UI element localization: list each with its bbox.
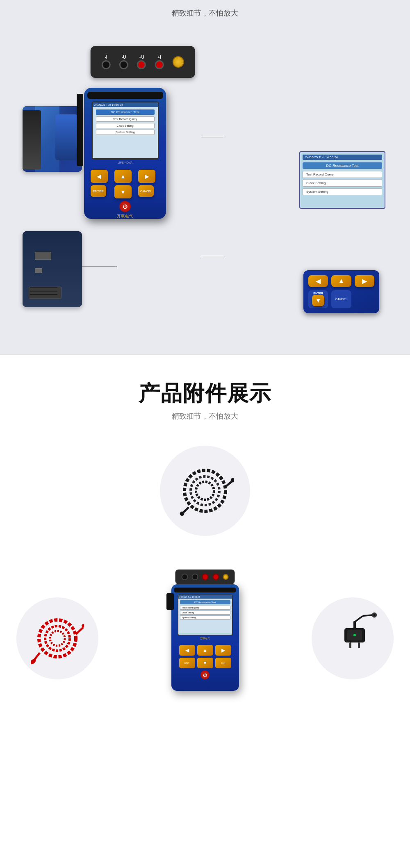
screen-menu: DC Resistance Test Test Record Query Clo…: [93, 107, 158, 159]
port-view-content: [23, 231, 82, 307]
red-cable-svg: [31, 612, 84, 665]
callout-resistance-test: DC Resistance Test: [303, 162, 382, 169]
screen-date: 24/06/25 Tue 14:50:24: [94, 103, 123, 106]
callout-item-2: Clock Setting: [303, 180, 382, 187]
terminal-3: +U: [137, 55, 146, 69]
accessories-layout: 24/06/25 Tue 14:50:24 DC Resistance Test…: [0, 446, 410, 733]
small-btn-enter[interactable]: ENT: [179, 658, 195, 668]
terminal-black-1: [101, 60, 110, 69]
callout-btn-up[interactable]: ▲: [331, 275, 351, 287]
callout-btn-enter[interactable]: ENTER ▼: [308, 290, 328, 309]
power-button[interactable]: ⏻: [119, 201, 131, 212]
btn-down[interactable]: ▼: [114, 185, 132, 198]
callout-btn-cancel[interactable]: CANCEL: [331, 290, 351, 309]
acc-left-circle-red-cable: [16, 597, 98, 679]
terminal-gold: [173, 56, 184, 68]
small-btn-down[interactable]: ▼: [197, 658, 213, 668]
screen-menu-item-3: System Setting: [96, 130, 155, 135]
device-screen: 24/06/25 Tue 14:50:24 DC Resistance Test…: [91, 101, 159, 159]
tc-sm-term3: [202, 574, 209, 580]
terminal-4: +I: [155, 55, 164, 69]
connector-panel: -I -U +U +I: [91, 46, 195, 78]
btn-up[interactable]: ▲: [114, 170, 132, 183]
top-connector-small: [175, 570, 235, 584]
device-strap: [77, 94, 83, 166]
svg-point-2: [196, 482, 214, 500]
tc-sm-term2: [192, 574, 198, 580]
device-small-screen: 24/06/25 Tue 14:50:24 DC Resistance Test…: [178, 595, 233, 636]
tc-sm-term5: [223, 574, 229, 580]
callout-item-3: System Setting: [303, 188, 382, 195]
device-top-bar: [87, 92, 163, 99]
terminal-1: -I: [101, 55, 110, 69]
svg-point-6: [180, 512, 184, 516]
screen-header: 24/06/25 Tue 14:50:24: [93, 103, 158, 107]
svg-line-13: [34, 653, 40, 660]
small-btn-right[interactable]: ▶: [215, 645, 231, 656]
svg-rect-17: [349, 642, 351, 648]
btn-enter-small[interactable]: ENTER: [91, 185, 106, 197]
terminal-2: -U: [119, 55, 128, 69]
callout-line-2: [82, 266, 117, 267]
svg-point-24: [353, 634, 356, 636]
acc-bottom-row: 24/06/25 Tue 14:50:24 DC Resistance Test…: [0, 577, 410, 700]
svg-point-4: [231, 478, 234, 482]
strap-small: [166, 593, 174, 610]
device-small-buttons: ◀ ▲ ▶ ENT ▼ CAN: [178, 645, 233, 668]
tc-sm-term1: [181, 574, 188, 580]
svg-point-9: [50, 631, 65, 646]
terminal-red-2: [155, 60, 164, 69]
thumb-side-view: [23, 106, 82, 172]
screen-menu-title: DC Resistance Test: [96, 109, 155, 115]
small-screen-header: 24/06/25 Tue 14:50:24: [178, 595, 232, 599]
small-screen-item2: Clock Setting: [180, 611, 230, 615]
screen-callout: 24/06/25 Tue 14:50:24 DC Resistance Test…: [299, 151, 385, 209]
side-view-content: [23, 106, 82, 172]
small-btn-cancel[interactable]: CAN: [215, 658, 231, 668]
section1-product-detail: 精致细节，不怕放大 -I -U +U +I: [0, 0, 410, 354]
thumb-port-view: [23, 231, 82, 307]
small-screen-title: DC Resistance Test: [180, 600, 230, 604]
button-callout: ◀ ▲ ▶ ENTER ▼ ▼ CANCEL: [303, 270, 379, 313]
main-device-body: 24/06/25 Tue 14:50:24 DC Resistance Test…: [84, 88, 166, 219]
callout-btn-left[interactable]: ◀: [308, 275, 328, 287]
callout-down-arrow[interactable]: ▼: [312, 295, 324, 306]
acc-right-circle-adapter: [312, 597, 394, 679]
center-device-small-container: 24/06/25 Tue 14:50:24 DC Resistance Test…: [107, 577, 303, 700]
callout-line-screen: [201, 137, 223, 137]
btn-cancel-small[interactable]: CANCEL: [138, 185, 154, 197]
acc-top-circle-black-cable: [160, 446, 250, 536]
ethernet-port: [35, 252, 51, 260]
device-small: 24/06/25 Tue 14:50:24 DC Resistance Test…: [171, 577, 239, 700]
terminal-5-ground: [173, 56, 184, 68]
small-btn-left[interactable]: ◀: [179, 645, 195, 656]
svg-line-10: [76, 627, 83, 634]
callout-screen-date: 24/06/25 Tue 14:50:24: [305, 155, 338, 159]
small-btn-up[interactable]: ▲: [197, 645, 213, 656]
callout-screen-header: 24/06/25 Tue 14:50:24: [303, 155, 382, 160]
adapter-svg: [326, 612, 379, 665]
small-power-btn[interactable]: ⏻: [200, 670, 210, 679]
device-buttons-grid: ◀ ▲ ▶ ENTER ▼ CANCEL: [87, 170, 163, 198]
black-cable-svg: [176, 462, 234, 519]
product-stage: -I -U +U +I: [0, 30, 410, 338]
btn-left[interactable]: ◀: [91, 170, 108, 183]
section2-accessories: 产品附件展示 精致细节，不怕放大: [0, 355, 410, 753]
callout-item-1: Test Record Query: [303, 171, 382, 178]
device-logo: 万顺电气: [117, 214, 133, 219]
small-screen-item3: System Setting: [180, 615, 230, 620]
btn-right[interactable]: ▶: [138, 170, 155, 183]
section2-subtitle: 精致细节，不怕放大: [0, 411, 410, 421]
callout-line-buttons: [201, 256, 223, 256]
screen-menu-item-2: Clock Setting: [96, 123, 155, 128]
screen-sublabel: LIFE NOVA: [118, 161, 132, 164]
svg-rect-18: [358, 642, 360, 648]
device-small-logo: 万顺电气: [200, 637, 210, 640]
section1-subtitle: 精致细节，不怕放大: [0, 8, 410, 18]
svg-line-21: [363, 615, 373, 616]
svg-line-20: [355, 616, 363, 622]
small-screen-item1: Test Record Query: [180, 606, 230, 610]
section2-title: 产品附件展示: [0, 379, 410, 408]
device-small-body: 24/06/25 Tue 14:50:24 DC Resistance Test…: [171, 584, 239, 691]
callout-btn-right[interactable]: ▶: [355, 275, 374, 287]
